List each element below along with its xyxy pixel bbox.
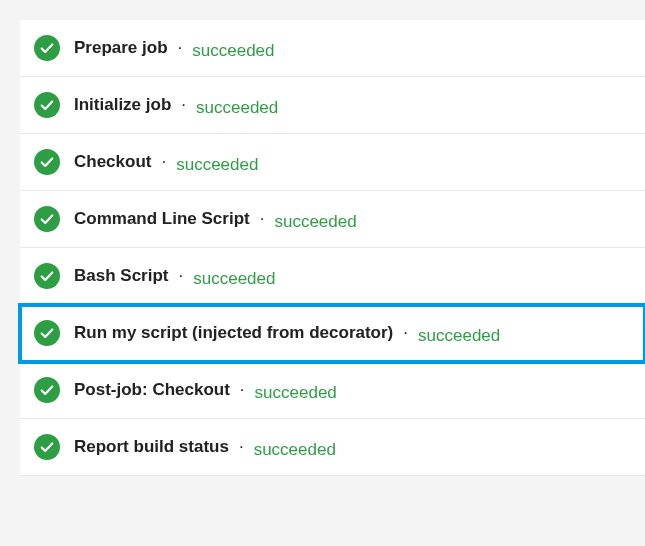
success-check-icon	[34, 149, 60, 175]
step-row-report-build-status[interactable]: Report build status · succeeded	[20, 419, 645, 476]
step-label: Bash Script	[74, 266, 168, 286]
separator-dot: ·	[403, 323, 408, 343]
pipeline-steps-list: Prepare job · succeeded Initialize job ·…	[20, 20, 645, 476]
step-label: Run my script (injected from decorator)	[74, 323, 393, 343]
success-check-icon	[34, 35, 60, 61]
step-row-initialize-job[interactable]: Initialize job · succeeded	[20, 77, 645, 134]
status-badge: succeeded	[255, 383, 337, 403]
step-label: Prepare job	[74, 38, 168, 58]
step-row-run-my-script[interactable]: Run my script (injected from decorator) …	[20, 305, 645, 362]
success-check-icon	[34, 206, 60, 232]
separator-dot: ·	[178, 38, 183, 58]
success-check-icon	[34, 263, 60, 289]
step-row-checkout[interactable]: Checkout · succeeded	[20, 134, 645, 191]
status-badge: succeeded	[192, 41, 274, 61]
status-badge: succeeded	[196, 98, 278, 118]
status-badge: succeeded	[274, 212, 356, 232]
step-row-prepare-job[interactable]: Prepare job · succeeded	[20, 20, 645, 77]
success-check-icon	[34, 320, 60, 346]
status-badge: succeeded	[254, 440, 336, 460]
step-label: Command Line Script	[74, 209, 250, 229]
step-row-post-job-checkout[interactable]: Post-job: Checkout · succeeded	[20, 362, 645, 419]
status-badge: succeeded	[193, 269, 275, 289]
status-badge: succeeded	[418, 326, 500, 346]
step-label: Initialize job	[74, 95, 171, 115]
status-badge: succeeded	[176, 155, 258, 175]
separator-dot: ·	[181, 95, 186, 115]
success-check-icon	[34, 434, 60, 460]
step-label: Report build status	[74, 437, 229, 457]
separator-dot: ·	[178, 266, 183, 286]
step-label: Checkout	[74, 152, 151, 172]
separator-dot: ·	[260, 209, 265, 229]
step-row-command-line-script[interactable]: Command Line Script · succeeded	[20, 191, 645, 248]
separator-dot: ·	[239, 437, 244, 457]
step-row-bash-script[interactable]: Bash Script · succeeded	[20, 248, 645, 305]
success-check-icon	[34, 377, 60, 403]
step-label: Post-job: Checkout	[74, 380, 230, 400]
separator-dot: ·	[240, 380, 245, 400]
separator-dot: ·	[161, 152, 166, 172]
success-check-icon	[34, 92, 60, 118]
